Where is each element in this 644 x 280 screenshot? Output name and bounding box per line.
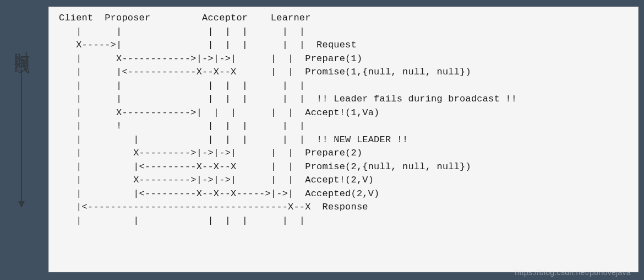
- page-container: 时间线 Client Proposer Acceptor Learner | |…: [0, 0, 644, 280]
- timeline-arrow-icon: [21, 58, 22, 207]
- timeline-label: 时间线: [11, 40, 32, 50]
- diagram-row: | X------------>|->|->| | | Prepare(1): [59, 53, 362, 64]
- diagram-row: | |<---------X--X--X----->|->| Accepted(…: [59, 189, 380, 199]
- diagram-row: | X------------>| | | | | Accept!(1,Va): [59, 107, 380, 118]
- diagram-row: | X--------->|->|->| | | Prepare(2): [59, 148, 362, 158]
- diagram-row: | X--------->|->|->| | | Accept!(2,V): [59, 175, 374, 185]
- sequence-diagram-box: Client Proposer Acceptor Learner | | | |…: [48, 7, 638, 272]
- diagram-row: | | | | | | | !! Leader fails during bro…: [59, 94, 517, 104]
- diagram-header: Client Proposer Acceptor Learner: [59, 13, 311, 23]
- diagram-row: | | | | | | |: [59, 26, 305, 37]
- timeline-block: 时间线: [11, 40, 32, 207]
- diagram-row: |<-----------------------------------X--…: [59, 202, 368, 212]
- diagram-row: | | | | | | |: [59, 80, 305, 91]
- watermark-text: https://blog.csdn.net/pbrlovejava: [515, 268, 631, 277]
- diagram-row: | | | | | | | !! NEW LEADER !!: [59, 134, 408, 145]
- diagram-row: | |<------------X--X--X | | Promise(1,{n…: [59, 67, 471, 77]
- sequence-diagram: Client Proposer Acceptor Learner | | | |…: [59, 12, 628, 228]
- diagram-row: | ! | | | | |: [59, 121, 305, 131]
- diagram-row: X----->| | | | | | Request: [59, 40, 357, 50]
- diagram-row: | | | | | | |: [59, 216, 305, 226]
- diagram-row: | |<---------X--X--X | | Promise(2,{null…: [59, 161, 471, 172]
